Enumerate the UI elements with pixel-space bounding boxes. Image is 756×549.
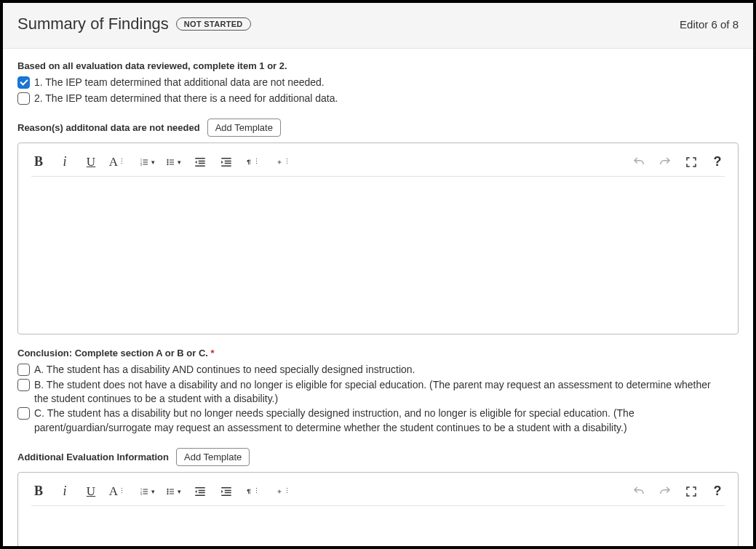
conclusion-label: Conclusion: Complete section A or B or C… [17,348,739,358]
italic-icon[interactable]: i [57,155,72,169]
page-header: Summary of Findings NOT STARTED Editor 6… [3,3,753,49]
italic-icon[interactable]: i [57,484,72,499]
conclusion-a-checkbox[interactable] [17,364,30,376]
svg-point-28 [167,489,169,490]
unordered-list-icon[interactable]: ▾ [167,484,181,499]
item-1-row: 1. The IEP team determined that addition… [17,76,739,90]
indent-icon[interactable] [219,155,234,169]
page-title: Summary of Findings [17,15,169,33]
bold-icon[interactable]: B [31,155,46,169]
reason-editor-content[interactable] [31,177,725,329]
additional-add-template-button[interactable]: Add Template [176,448,250,466]
svg-point-8 [167,161,169,163]
redo-icon[interactable] [658,484,672,499]
conclusion-b-label: B. The student does not have a disabilit… [34,378,711,393]
paragraph-icon[interactable]: ⋮ [245,484,260,499]
conclusion-c-row: C. The student has a disability but no l… [17,406,739,421]
required-asterisk: * [211,348,215,358]
additional-label: Additional Evaluation Information [17,452,169,462]
insert-icon[interactable]: ⋮ [276,484,290,499]
conclusion-a-label: A. The student has a disability AND cont… [34,363,415,377]
insert-icon[interactable]: ⋮ [276,155,290,169]
conclusion-c-cont: parent/guardian/surrogate may request an… [17,421,739,436]
fullscreen-icon[interactable] [684,484,699,499]
conclusion-b-cont: the student continues to be a student wi… [17,392,739,406]
item-1-checkbox[interactable] [17,76,30,89]
undo-icon[interactable] [632,155,646,169]
reason-add-template-button[interactable]: Add Template [207,119,281,137]
reason-heading: Reason(s) additonal data are not needed … [17,119,739,137]
ordered-list-icon[interactable]: 123▾ [140,484,155,499]
page-body: Based on all evaluation data reviewed, c… [3,49,753,549]
item-1-label: 1. The IEP team determined that addition… [34,76,325,90]
conclusion-section: Conclusion: Complete section A or B or C… [17,348,739,435]
additional-toolbar: B i U A⋮ 123▾ ▾ ⋮ ⋮ [31,477,725,506]
indent-icon[interactable] [219,484,234,499]
undo-icon[interactable] [632,484,646,499]
additional-section: Additional Evaluation Information Add Te… [17,448,739,549]
reason-section: Reason(s) additonal data are not needed … [17,119,739,334]
outdent-icon[interactable] [193,155,207,169]
svg-point-32 [167,493,169,494]
font-options-icon[interactable]: A⋮ [110,484,124,499]
ordered-list-icon[interactable]: 123▾ [140,155,155,169]
additional-editor: B i U A⋮ 123▾ ▾ ⋮ ⋮ [17,472,739,549]
unordered-list-icon[interactable]: ▾ [167,155,181,169]
svg-text:3: 3 [140,493,142,496]
additional-heading: Additional Evaluation Information Add Te… [17,448,739,466]
svg-point-6 [167,159,169,161]
editor-counter: Editor 6 of 8 [680,18,739,31]
reason-editor: B i U A⋮ 123▾ ▾ ⋮ ⋮ [17,143,739,334]
conclusion-a-row: A. The student has a disability AND cont… [17,363,739,377]
item-2-checkbox[interactable] [17,92,30,105]
conclusion-c-label: C. The student has a disability but no l… [34,406,634,421]
reason-toolbar: B i U A⋮ 123▾ ▾ ⋮ ⋮ [31,148,725,177]
additional-editor-content[interactable] [31,506,725,544]
svg-point-10 [167,164,169,165]
outdent-icon[interactable] [193,484,207,499]
fullscreen-icon[interactable] [684,155,699,169]
redo-icon[interactable] [658,155,672,169]
underline-icon[interactable]: U [84,155,98,169]
font-options-icon[interactable]: A⋮ [110,155,124,169]
conclusion-c-checkbox[interactable] [17,407,30,420]
conclusion-b-checkbox[interactable] [17,379,30,391]
underline-icon[interactable]: U [84,484,98,499]
item-2-label: 2. The IEP team determined that there is… [34,92,338,106]
conclusion-b-row: B. The student does not have a disabilit… [17,378,739,393]
status-badge: NOT STARTED [176,17,251,31]
intro-label: Based on all evaluation data reviewed, c… [17,60,739,71]
bold-icon[interactable]: B [31,484,46,499]
svg-text:3: 3 [140,164,142,167]
help-icon[interactable]: ? [710,484,725,499]
paragraph-icon[interactable]: ⋮ [245,155,260,169]
help-icon[interactable]: ? [710,155,725,169]
svg-point-30 [167,491,169,492]
reason-label: Reason(s) additonal data are not needed [17,122,200,133]
item-2-row: 2. The IEP team determined that there is… [17,92,739,106]
